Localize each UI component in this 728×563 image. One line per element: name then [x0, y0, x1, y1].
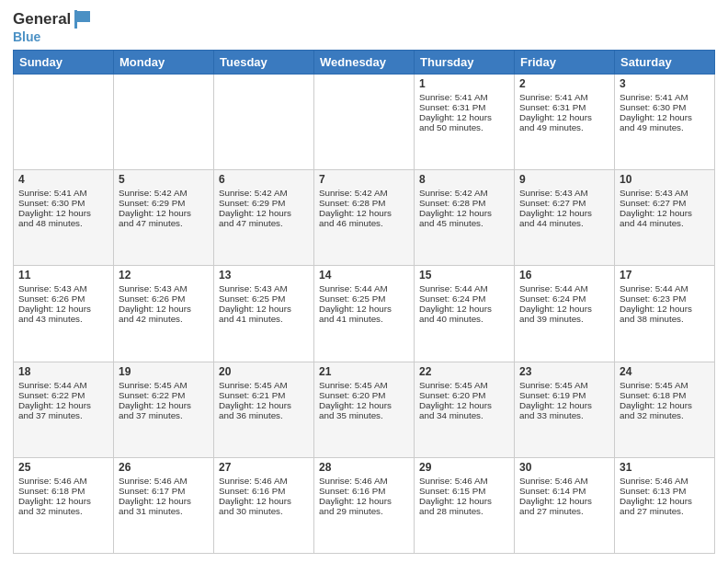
daylight-text: Daylight: 12 hours and 27 minutes. [620, 496, 692, 516]
table-row: 11Sunrise: 5:43 AMSunset: 6:26 PMDayligh… [14, 266, 114, 362]
table-row: 15Sunrise: 5:44 AMSunset: 6:24 PMDayligh… [415, 266, 515, 362]
table-row [14, 75, 114, 170]
day-number: 19 [119, 365, 209, 378]
sunset-text: Sunset: 6:30 PM [18, 198, 85, 208]
sunrise-text: Sunrise: 5:41 AM [519, 92, 588, 102]
sunset-text: Sunset: 6:22 PM [119, 390, 185, 400]
sunset-text: Sunset: 6:20 PM [419, 390, 485, 400]
daylight-text: Daylight: 12 hours and 44 minutes. [519, 208, 592, 228]
header: General Blue [13, 9, 715, 44]
day-number: 6 [219, 173, 309, 186]
day-number: 9 [519, 173, 609, 186]
daylight-text: Daylight: 12 hours and 46 minutes. [319, 208, 392, 228]
sunrise-text: Sunrise: 5:42 AM [319, 188, 388, 198]
logo-container: General [13, 9, 92, 29]
sunset-text: Sunset: 6:25 PM [219, 293, 285, 304]
table-row: 6Sunrise: 5:42 AMSunset: 6:29 PMDaylight… [214, 170, 314, 266]
sunset-text: Sunset: 6:26 PM [18, 293, 85, 304]
daylight-text: Daylight: 12 hours and 33 minutes. [519, 400, 592, 420]
sunset-text: Sunset: 6:18 PM [18, 486, 85, 496]
day-number: 29 [419, 461, 509, 474]
sunset-text: Sunset: 6:26 PM [119, 293, 185, 304]
daylight-text: Daylight: 12 hours and 44 minutes. [620, 208, 692, 228]
table-row: 27Sunrise: 5:46 AMSunset: 6:16 PMDayligh… [214, 457, 314, 553]
daylight-text: Daylight: 12 hours and 36 minutes. [219, 400, 291, 420]
sunrise-text: Sunrise: 5:41 AM [620, 92, 688, 102]
table-row: 29Sunrise: 5:46 AMSunset: 6:15 PMDayligh… [415, 457, 515, 553]
day-number: 28 [319, 461, 409, 474]
day-number: 2 [519, 77, 609, 90]
daylight-text: Daylight: 12 hours and 38 minutes. [620, 304, 692, 324]
daylight-text: Daylight: 12 hours and 48 minutes. [18, 208, 91, 228]
sunrise-text: Sunrise: 5:44 AM [18, 380, 87, 390]
daylight-text: Daylight: 12 hours and 37 minutes. [18, 400, 91, 420]
daylight-text: Daylight: 12 hours and 49 minutes. [519, 112, 592, 132]
daylight-text: Daylight: 12 hours and 34 minutes. [419, 400, 492, 420]
col-thursday: Thursday [415, 51, 515, 75]
sunset-text: Sunset: 6:15 PM [419, 486, 485, 496]
table-row: 3Sunrise: 5:41 AMSunset: 6:30 PMDaylight… [615, 75, 715, 170]
table-row: 26Sunrise: 5:46 AMSunset: 6:17 PMDayligh… [114, 457, 214, 553]
sunset-text: Sunset: 6:27 PM [620, 198, 686, 208]
table-row: 16Sunrise: 5:44 AMSunset: 6:24 PMDayligh… [515, 266, 615, 362]
table-row: 24Sunrise: 5:45 AMSunset: 6:18 PMDayligh… [615, 362, 715, 457]
day-number: 13 [219, 269, 309, 282]
daylight-text: Daylight: 12 hours and 29 minutes. [319, 496, 392, 516]
table-row: 25Sunrise: 5:46 AMSunset: 6:18 PMDayligh… [14, 457, 114, 553]
table-row [314, 75, 415, 170]
day-number: 4 [18, 173, 108, 186]
logo-text: General [13, 9, 92, 29]
sunset-text: Sunset: 6:31 PM [419, 102, 485, 112]
sunrise-text: Sunrise: 5:46 AM [319, 476, 388, 486]
sunset-text: Sunset: 6:24 PM [419, 293, 485, 304]
calendar-table: Sunday Monday Tuesday Wednesday Thursday… [13, 50, 715, 554]
daylight-text: Daylight: 12 hours and 42 minutes. [119, 304, 191, 324]
calendar-week-row: 4Sunrise: 5:41 AMSunset: 6:30 PMDaylight… [14, 170, 715, 266]
sunrise-text: Sunrise: 5:44 AM [620, 283, 688, 293]
day-number: 8 [419, 173, 509, 186]
sunrise-text: Sunrise: 5:46 AM [620, 476, 688, 486]
sunset-text: Sunset: 6:18 PM [620, 390, 686, 400]
day-number: 11 [18, 269, 108, 282]
page: General Blue Sunday Monday Tuesday Wedne… [0, 0, 728, 563]
sunrise-text: Sunrise: 5:46 AM [219, 476, 288, 486]
day-number: 26 [119, 461, 209, 474]
sunrise-text: Sunrise: 5:46 AM [519, 476, 588, 486]
calendar-week-row: 1Sunrise: 5:41 AMSunset: 6:31 PMDaylight… [14, 75, 715, 170]
sunrise-text: Sunrise: 5:42 AM [119, 188, 188, 198]
sunset-text: Sunset: 6:16 PM [219, 486, 285, 496]
day-number: 3 [620, 77, 710, 90]
sunset-text: Sunset: 6:21 PM [219, 390, 285, 400]
sunset-text: Sunset: 6:19 PM [519, 390, 586, 400]
table-row: 2Sunrise: 5:41 AMSunset: 6:31 PMDaylight… [515, 75, 615, 170]
daylight-text: Daylight: 12 hours and 27 minutes. [519, 496, 592, 516]
day-number: 12 [119, 269, 209, 282]
daylight-text: Daylight: 12 hours and 31 minutes. [119, 496, 191, 516]
sunset-text: Sunset: 6:16 PM [319, 486, 385, 496]
table-row: 5Sunrise: 5:42 AMSunset: 6:29 PMDaylight… [114, 170, 214, 266]
sunrise-text: Sunrise: 5:44 AM [319, 283, 388, 293]
table-row: 8Sunrise: 5:42 AMSunset: 6:28 PMDaylight… [415, 170, 515, 266]
sunset-text: Sunset: 6:29 PM [219, 198, 285, 208]
sunrise-text: Sunrise: 5:43 AM [119, 283, 188, 293]
daylight-text: Daylight: 12 hours and 47 minutes. [119, 208, 191, 228]
sunset-text: Sunset: 6:28 PM [419, 198, 485, 208]
svg-marker-0 [76, 11, 90, 22]
col-friday: Friday [515, 51, 615, 75]
day-number: 21 [319, 365, 409, 378]
day-number: 20 [219, 365, 309, 378]
daylight-text: Daylight: 12 hours and 41 minutes. [219, 304, 291, 324]
sunrise-text: Sunrise: 5:45 AM [519, 380, 588, 390]
calendar-week-row: 18Sunrise: 5:44 AMSunset: 6:22 PMDayligh… [14, 362, 715, 457]
daylight-text: Daylight: 12 hours and 32 minutes. [18, 496, 91, 516]
day-number: 10 [620, 173, 710, 186]
day-number: 14 [319, 269, 409, 282]
day-number: 18 [18, 365, 108, 378]
sunrise-text: Sunrise: 5:46 AM [419, 476, 488, 486]
sunrise-text: Sunrise: 5:45 AM [419, 380, 488, 390]
day-number: 15 [419, 269, 509, 282]
table-row: 31Sunrise: 5:46 AMSunset: 6:13 PMDayligh… [615, 457, 715, 553]
calendar-header-row: Sunday Monday Tuesday Wednesday Thursday… [14, 51, 715, 75]
sunrise-text: Sunrise: 5:46 AM [18, 476, 87, 486]
daylight-text: Daylight: 12 hours and 50 minutes. [419, 112, 492, 132]
